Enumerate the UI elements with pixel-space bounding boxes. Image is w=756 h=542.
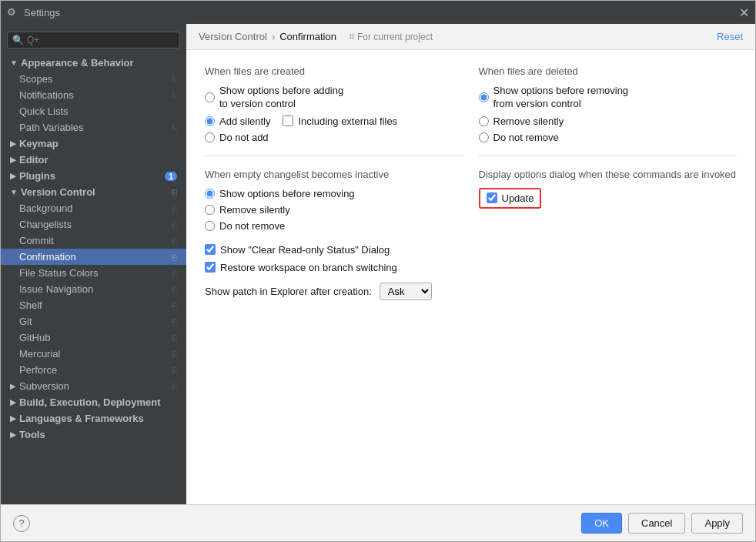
radio-row-do-not-remove: Do not remove — [479, 132, 738, 143]
radio-add-silently[interactable] — [205, 116, 215, 126]
sidebar-item-path-variables[interactable]: Path Variables ⎘ — [1, 119, 186, 136]
cancel-button[interactable]: Cancel — [628, 513, 685, 534]
copy-icon: ⎘ — [172, 382, 177, 391]
radio-row-add-silently: Add silently — [205, 115, 270, 127]
radio-do-not-add[interactable] — [205, 132, 215, 142]
bottom-checkboxes: Show "Clear Read-only Status" Dialog Res… — [205, 244, 737, 273]
sidebar-section-appearance[interactable]: ▼ Appearance & Behavior — [1, 55, 186, 71]
checkbox-including-external[interactable] — [283, 115, 293, 126]
apply-button[interactable]: Apply — [691, 513, 743, 534]
breadcrumb-bar: Version Control › Confirmation ⌗ For cur… — [186, 24, 755, 50]
sidebar-item-commit[interactable]: Commit ⎘ — [1, 233, 186, 249]
copy-icon: ⎘ — [172, 333, 177, 343]
sidebar-section-label: Build, Execution, Deployment — [19, 396, 160, 408]
copy-icon: ⎘ — [172, 91, 177, 100]
radio-label-show-options-remove[interactable]: Show options before removingfrom version… — [493, 85, 629, 111]
title-bar: ⚙ Settings ✕ — [1, 1, 755, 24]
radio-label-remove-silently-cl[interactable]: Remove silently — [219, 204, 290, 216]
breadcrumb-current: Confirmation — [279, 31, 336, 42]
sidebar-item-quick-lists[interactable]: Quick Lists — [1, 103, 186, 119]
changelist-options: Show options before removing Remove sile… — [205, 188, 463, 232]
files-deleted-options: Show options before removingfrom version… — [479, 85, 738, 143]
radio-do-not-remove-cl[interactable] — [205, 221, 215, 231]
collapse-arrow: ▶ — [10, 382, 16, 390]
sidebar-item-perforce[interactable]: Perforce ⎘ — [1, 362, 186, 378]
sidebar-item-github[interactable]: GitHub ⎘ — [1, 330, 186, 346]
copy-icon: ⎘ — [172, 236, 177, 246]
copy-icon: ⎘ — [172, 350, 177, 359]
copy-icon: ⎘ — [172, 204, 177, 213]
radio-row-remove-silently: Remove silently — [479, 115, 738, 127]
two-column-layout: When files are created Show options befo… — [205, 65, 737, 232]
ok-button[interactable]: OK — [581, 513, 622, 534]
checkbox-restore-workspace[interactable] — [205, 262, 216, 273]
radio-show-options-add[interactable] — [205, 92, 215, 102]
close-button[interactable]: ✕ — [739, 5, 749, 20]
sidebar-item-issue-navigation[interactable]: Issue Navigation ⎘ — [1, 281, 186, 297]
radio-label-show-options-removing[interactable]: Show options before removing — [219, 188, 355, 199]
sidebar-section-label: Tools — [19, 429, 45, 440]
radio-show-options-removing[interactable] — [205, 189, 215, 199]
copy-icon: ⎘ — [172, 188, 177, 197]
radio-label-do-not-remove-cl[interactable]: Do not remove — [219, 220, 285, 232]
settings-content: When files are created Show options befo… — [186, 50, 755, 504]
including-external-label[interactable]: Including external files — [298, 115, 397, 127]
radio-label-do-not-remove[interactable]: Do not remove — [493, 132, 559, 143]
radio-show-options-remove[interactable] — [479, 92, 489, 102]
restore-workspace-label[interactable]: Restore workspace on branch switching — [220, 262, 397, 273]
sidebar-section-languages[interactable]: ▶ Languages & Frameworks — [1, 410, 186, 427]
sidebar-section-version-control[interactable]: ▼ Version Control ⎘ — [1, 184, 186, 200]
update-label[interactable]: Update — [502, 192, 534, 204]
sidebar-item-mercurial[interactable]: Mercurial ⎘ — [1, 346, 186, 362]
breadcrumb-project[interactable]: ⌗ For current project — [349, 30, 433, 43]
checkbox-update[interactable] — [487, 192, 497, 203]
checkbox-clear-readonly[interactable] — [205, 244, 216, 255]
sidebar-section-editor[interactable]: ▶ Editor — [1, 152, 186, 168]
radio-remove-silently[interactable] — [479, 116, 489, 126]
sidebar-section-build[interactable]: ▶ Build, Execution, Deployment — [1, 394, 186, 410]
radio-do-not-remove[interactable] — [479, 132, 489, 142]
radio-label-add-silently[interactable]: Add silently — [219, 115, 270, 127]
sidebar-section-label: Version Control — [21, 186, 95, 198]
window-title: Settings — [24, 7, 734, 18]
sidebar-item-shelf[interactable]: Shelf ⎘ — [1, 297, 186, 313]
right-column: When files are deleted Show options befo… — [479, 65, 738, 232]
radio-label-do-not-add[interactable]: Do not add — [219, 132, 269, 143]
help-button[interactable]: ? — [13, 515, 30, 532]
sidebar-section-label: Plugins — [19, 170, 55, 182]
collapse-arrow: ▶ — [10, 172, 16, 180]
show-patch-dropdown[interactable]: Ask Yes No — [380, 283, 432, 300]
sidebar-item-scopes[interactable]: Scopes ⎘ — [1, 71, 186, 87]
left-column: When files are created Show options befo… — [205, 65, 463, 232]
search-input[interactable] — [27, 35, 175, 45]
sidebar-item-changelists[interactable]: Changelists ⎘ — [1, 216, 186, 233]
when-files-created-title: When files are created — [205, 65, 463, 77]
main-panel: Version Control › Confirmation ⌗ For cur… — [186, 24, 755, 504]
radio-label-remove-silently[interactable]: Remove silently — [493, 115, 564, 127]
radio-row-do-not-remove-cl: Do not remove — [205, 220, 463, 232]
collapse-arrow: ▶ — [10, 156, 16, 164]
sidebar-section-plugins[interactable]: ▶ Plugins 1 — [1, 168, 186, 184]
clear-readonly-label[interactable]: Show "Clear Read-only Status" Dialog — [220, 244, 390, 256]
copy-icon: ⎘ — [172, 285, 177, 294]
update-checkbox-box: Update — [479, 188, 542, 209]
sidebar-item-file-status-colors[interactable]: File Status Colors ⎘ — [1, 265, 186, 281]
sidebar-item-notifications[interactable]: Notifications ⎘ — [1, 87, 186, 103]
sidebar-section-label: Languages & Frameworks — [19, 413, 144, 424]
reset-link[interactable]: Reset — [717, 31, 743, 42]
collapse-arrow: ▶ — [10, 139, 16, 148]
copy-icon: ⎘ — [172, 220, 177, 229]
sidebar-item-subversion[interactable]: ▶ Subversion ⎘ — [1, 378, 186, 394]
sidebar-item-background[interactable]: Background ⎘ — [1, 200, 186, 216]
plugins-badge: 1 — [165, 172, 177, 181]
radio-label-show-options-add[interactable]: Show options before addingto version con… — [219, 85, 343, 111]
sidebar-item-confirmation[interactable]: Confirmation ⎘ — [1, 249, 186, 265]
radio-row-remove-silently-cl: Remove silently — [205, 204, 463, 216]
content-area: 🔍 ▼ Appearance & Behavior Scopes ⎘ Notif… — [1, 24, 755, 504]
breadcrumb-project-label: For current project — [357, 32, 433, 42]
sidebar-section-keymap[interactable]: ▶ Keymap — [1, 136, 186, 152]
search-box[interactable]: 🔍 — [7, 32, 180, 49]
sidebar-item-git[interactable]: Git ⎘ — [1, 313, 186, 330]
sidebar-section-tools[interactable]: ▶ Tools — [1, 427, 186, 443]
radio-remove-silently-cl[interactable] — [205, 205, 215, 215]
